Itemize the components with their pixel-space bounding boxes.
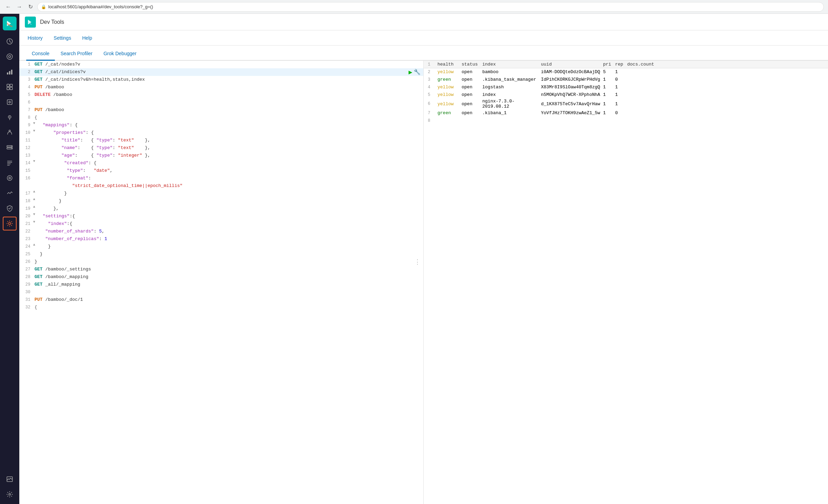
line-content-27[interactable]: GET /bamboo/_settings [33, 266, 423, 273]
fold-17[interactable]: ▲ [33, 190, 35, 194]
fold-10[interactable]: ▼ [33, 129, 35, 133]
fold-14[interactable]: ▼ [33, 159, 35, 163]
nav-help[interactable]: Help [81, 35, 93, 41]
line-num-12: 12 [19, 144, 33, 152]
line-content-18[interactable]: } [36, 197, 423, 205]
line-content-17[interactable]: } [36, 190, 423, 197]
editor-line-29: 29 GET _all/_mapping [19, 281, 423, 288]
tab-console[interactable]: Console [26, 47, 55, 61]
kibana-logo[interactable] [3, 17, 17, 30]
wrench-button[interactable]: 🔧 [414, 69, 421, 76]
sidebar-item-devtools[interactable] [3, 217, 17, 230]
tab-search-profiler[interactable]: Search Profiler [55, 47, 98, 61]
row-6-num: 6 [428, 101, 437, 106]
line-num-30: 30 [19, 288, 33, 296]
col-header-pri: pri [603, 62, 615, 67]
line-content-9[interactable]: "mappings": { [36, 121, 423, 129]
col-header-rep: rep [615, 62, 627, 67]
row-6-index: nginx-7.3.0-2019.08.12 [482, 99, 541, 109]
row-6-uuid: d_1KX875TeC5v7AavQrHaw [541, 101, 603, 107]
address-bar[interactable]: 🔒 localhost:5601/app/kibana#/dev_tools/c… [37, 2, 824, 12]
line-content-10[interactable]: "properties": { [36, 129, 423, 137]
sidebar-item-logs[interactable] [3, 156, 17, 170]
line-content-2[interactable]: GET /_cat/indices?v [33, 68, 423, 76]
line-content-16[interactable]: "format": [33, 175, 423, 182]
row-2-index: bamboo [482, 69, 541, 75]
line-content-26[interactable]: } [33, 258, 423, 266]
line-content-22[interactable]: "number_of_shards": 5, [33, 228, 423, 235]
svg-rect-8 [7, 87, 9, 90]
tab-grok-debugger[interactable]: Grok Debugger [98, 47, 142, 61]
editor-line-16b: "strict_date_optional_time||epoch_millis… [19, 182, 423, 190]
fold-18[interactable]: ▲ [33, 197, 35, 201]
line-content-4[interactable]: PUT /bamboo [33, 83, 423, 91]
sidebar-item-recently-viewed[interactable] [3, 34, 17, 48]
sidebar-item-ml[interactable] [3, 126, 17, 139]
row-3-rep: 0 [615, 77, 627, 82]
line-content-25[interactable]: } [33, 250, 423, 258]
svg-point-17 [11, 148, 12, 149]
line-content-31[interactable]: PUT /bamboo/_doc/1 [33, 296, 423, 304]
sidebar-item-monitoring[interactable] [3, 472, 17, 486]
forward-button[interactable]: → [15, 3, 23, 11]
nav-settings[interactable]: Settings [52, 35, 73, 41]
line-content-8[interactable]: { [33, 114, 423, 121]
row-3-num: 3 [428, 77, 437, 82]
line-content-21[interactable]: "index":{ [36, 220, 423, 228]
sidebar-item-visualize[interactable] [3, 65, 17, 79]
editor-line-11: 11 "title": { "type": "text" }, [19, 137, 423, 144]
sidebar-item-management[interactable] [3, 487, 17, 501]
row-5-index: index [482, 92, 541, 97]
line-content-12[interactable]: "name": { "type": "text" }, [33, 144, 423, 152]
lock-icon: 🔒 [41, 4, 46, 9]
editor-line-31: 31 PUT /bamboo/_doc/1 [19, 296, 423, 304]
line-content-24[interactable]: } [36, 243, 423, 250]
row-4-index: logstash [482, 85, 541, 90]
line-content-11[interactable]: "title": { "type": "text" }, [33, 137, 423, 144]
more-options-button[interactable]: ⋮ [414, 258, 421, 266]
row-3-health: green [437, 77, 462, 82]
sidebar-item-apm[interactable] [3, 171, 17, 185]
editor-content[interactable]: 1 GET /_cat/nodes?v 2 GET /_cat/indices?… [19, 61, 423, 504]
sidebar-item-dashboard[interactable] [3, 80, 17, 94]
row-5-num: 5 [428, 92, 437, 97]
line-content-29[interactable]: GET _all/_mapping [33, 281, 423, 288]
sidebar-item-maps[interactable] [3, 110, 17, 124]
line-content-16b[interactable]: "strict_date_optional_time||epoch_millis… [33, 182, 423, 190]
sidebar-item-infrastructure[interactable] [3, 141, 17, 155]
line-content-3[interactable]: GET /_cat/indices?v&h=health,status,inde… [33, 76, 423, 83]
url-text: localhost:5601/app/kibana#/dev_tools/con… [48, 4, 153, 9]
line-content-7[interactable]: PUT /bamboo [33, 106, 423, 114]
line-content-32[interactable]: { [33, 304, 423, 311]
sidebar-item-security[interactable] [3, 201, 17, 215]
svg-point-20 [9, 223, 11, 225]
nav-history[interactable]: History [26, 35, 44, 41]
back-button[interactable]: ← [4, 3, 12, 11]
run-button[interactable]: ▶ [408, 68, 412, 76]
results-row-4: 4 yellow open logstash X83Mr8I9SlOaw40Tq… [424, 83, 828, 91]
fold-24[interactable]: ▲ [33, 243, 35, 247]
line-content-28[interactable]: GET /bamboo/_mapping [33, 273, 423, 281]
line-content-14[interactable]: "created": { [36, 159, 423, 167]
svg-rect-5 [11, 70, 12, 75]
sidebar-item-uptime[interactable] [3, 186, 17, 200]
line-content-15[interactable]: "type": "date", [33, 167, 423, 175]
line-content-20[interactable]: "settings":{ [36, 213, 423, 220]
fold-19[interactable]: ▲ [33, 205, 35, 209]
line-content-23[interactable]: "number_of_replicas": 1 [33, 235, 423, 243]
sidebar-item-discover[interactable] [3, 50, 17, 63]
sidebar [0, 14, 19, 504]
fold-9[interactable]: ▼ [33, 121, 35, 125]
app-title: Dev Tools [40, 19, 64, 25]
line-content-1[interactable]: GET /_cat/nodes?v [33, 61, 423, 68]
line-content-5[interactable]: DELETE /bamboo [33, 91, 423, 99]
line-content-19[interactable]: }, [36, 205, 423, 213]
svg-point-19 [9, 177, 11, 179]
line-content-13[interactable]: "age": { "type": "integer" }, [33, 152, 423, 159]
line-num-17: 17 [19, 190, 33, 197]
results-row-6: 6 yellow open nginx-7.3.0-2019.08.12 d_1… [424, 99, 828, 109]
refresh-button[interactable]: ↻ [26, 3, 34, 11]
sidebar-item-canvas[interactable] [3, 95, 17, 109]
fold-20[interactable]: ▼ [33, 213, 35, 216]
fold-21[interactable]: ▼ [33, 220, 35, 224]
